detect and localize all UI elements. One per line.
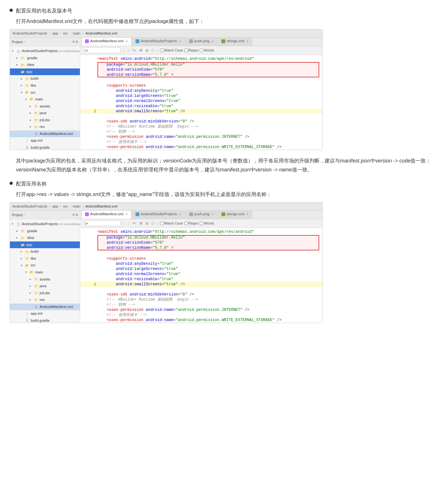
ide-body-2: Project ▾ ⊕ ⚙ ◫ AndroidStudioProjects (K… bbox=[10, 211, 322, 323]
tree-item-gradle[interactable]: 📁 .gradle bbox=[10, 55, 80, 62]
tab-push-1[interactable]: push.png ✕ bbox=[186, 38, 217, 46]
tab-strings-2[interactable]: strings.xml ✕ bbox=[218, 211, 252, 219]
tree-item-libs-2[interactable]: 📁 libs bbox=[10, 255, 80, 262]
tree-item-main-2[interactable]: 📂 main bbox=[10, 269, 80, 276]
search-input-1[interactable]: Q▸ bbox=[82, 47, 120, 53]
tree-item-res-label-2: res bbox=[40, 297, 45, 303]
tree-item-buildgradle-2[interactable]: G build.gradle bbox=[10, 317, 80, 323]
tree-item-jniLibs[interactable]: 📁 jniLibs bbox=[10, 117, 80, 124]
section-title-2: 配置应用名称 bbox=[10, 179, 438, 188]
words-checkbox-1[interactable] bbox=[200, 49, 203, 52]
highlight-block-2: package="io.dcloud.HBuilder.Hello" andro… bbox=[80, 235, 322, 250]
search-pin-btn-2[interactable]: ⬡ bbox=[151, 220, 155, 227]
match-case-checkbox-2[interactable] bbox=[160, 222, 164, 225]
tree-item-appiml[interactable]: I app.iml bbox=[10, 137, 80, 144]
search-close-btn-2[interactable]: ⊓⊔ bbox=[131, 220, 137, 226]
tree-item-src-2[interactable]: 📂 src bbox=[10, 262, 80, 269]
tab-close-strings-2[interactable]: ✕ bbox=[246, 211, 249, 217]
tab-project-1[interactable]: AndroidStudioProjects ✕ bbox=[132, 38, 185, 46]
tree-item-gradle-label: .gradle bbox=[26, 55, 37, 61]
tree-item-main[interactable]: 📂 main bbox=[10, 96, 80, 103]
tree-arrow-assets-2 bbox=[30, 277, 34, 282]
tab-close-project-1[interactable]: ✕ bbox=[179, 39, 182, 44]
tree-icon-plus[interactable]: ⊕ bbox=[73, 39, 75, 45]
search-copy-btn-1[interactable]: ⊞ bbox=[145, 47, 149, 54]
tree-item-assets[interactable]: 📁 assets bbox=[10, 103, 80, 110]
tree-item-idea-2[interactable]: 📁 .idea bbox=[10, 234, 80, 241]
tree-item-idea[interactable]: 📁 .idea bbox=[10, 61, 80, 68]
tree-item-appiml-label-2: app.iml bbox=[31, 311, 42, 317]
breadcrumb-file-2: AndroidManifest.xml bbox=[85, 203, 117, 209]
match-case-label-1[interactable]: Match Case bbox=[160, 47, 183, 53]
tab-close-manifest-2[interactable]: ✕ bbox=[125, 211, 128, 217]
tab-icon-manifest-2 bbox=[85, 212, 89, 216]
words-label-2[interactable]: Words bbox=[200, 220, 214, 226]
tree-arrow-java bbox=[30, 111, 34, 115]
match-case-checkbox-1[interactable] bbox=[160, 49, 164, 52]
tree-arrow-java-2 bbox=[30, 284, 34, 288]
tree-item-src-label: src bbox=[31, 90, 35, 96]
code-scroll-1[interactable]: <manifest xmlns:android="http://schemas.… bbox=[80, 55, 322, 150]
tree-item-app[interactable]: 📂 app bbox=[10, 68, 80, 75]
tree-item-manifest-2[interactable]: 🗎 AndroidManifest.xml bbox=[10, 304, 80, 311]
regex-checkbox-2[interactable] bbox=[184, 222, 188, 225]
tree-item-java[interactable]: 📁 java bbox=[10, 110, 80, 117]
tree-item-assets-label-2: assets bbox=[40, 276, 50, 283]
regex-checkbox-1[interactable] bbox=[184, 49, 188, 52]
tree-item-gradle-2[interactable]: 📁 .gradle bbox=[10, 228, 80, 235]
bulb-gutter-icon-2: 💡 bbox=[92, 282, 97, 287]
search-down-btn-1[interactable]: ↓ bbox=[127, 47, 130, 54]
regex-label-1[interactable]: Regex bbox=[184, 47, 199, 53]
code-scroll-2[interactable]: <manifest xmlns:android="http://schemas.… bbox=[80, 228, 322, 323]
search-close-btn-1[interactable]: ⊓⊔ bbox=[131, 48, 137, 53]
tree-arrow-libs-2 bbox=[21, 256, 25, 261]
match-case-label-2[interactable]: Match Case bbox=[160, 220, 183, 226]
words-label-1[interactable]: Words bbox=[200, 47, 214, 53]
words-checkbox-2[interactable] bbox=[200, 222, 203, 225]
tree-item-res[interactable]: 📁 res bbox=[10, 123, 80, 130]
tree-item-manifest[interactable]: 🗎 AndroidManifest.xml bbox=[10, 130, 80, 138]
tree-icon-plus-2[interactable]: ⊕ bbox=[73, 212, 75, 218]
tab-strings-1[interactable]: strings.xml ✕ bbox=[218, 38, 252, 46]
tree-item-src[interactable]: 📂 src bbox=[10, 89, 80, 96]
search-up-btn-1[interactable]: ↑ bbox=[122, 47, 125, 54]
tree-item-libs[interactable]: 📁 libs bbox=[10, 82, 80, 89]
search-format-btn-2[interactable]: ⌘ bbox=[138, 220, 143, 227]
tab-push-2[interactable]: push.png ✕ bbox=[186, 211, 217, 219]
tree-item-appiml-2[interactable]: I app.iml bbox=[10, 310, 80, 317]
tree-item-java-2[interactable]: 📁 java bbox=[10, 283, 80, 290]
search-copy-btn-2[interactable]: ⊞ bbox=[145, 220, 149, 227]
folder-icon-java-2: 📁 bbox=[34, 284, 39, 288]
tree-icon-gear-2[interactable]: ⚙ bbox=[76, 212, 78, 218]
tree-item-idea-label: .idea bbox=[26, 62, 34, 68]
tab-manifest-2[interactable]: AndroidManifest.xml ✕ bbox=[81, 211, 131, 219]
ide-screenshot-2: AndroidStudioProjects › app › src › main… bbox=[10, 202, 323, 323]
tab-manifest-1[interactable]: AndroidManifest.xml ✕ bbox=[81, 38, 131, 46]
search-up-btn-2[interactable]: ↑ bbox=[122, 220, 125, 227]
folder-icon-app: 📂 bbox=[20, 70, 25, 74]
tab-project-2[interactable]: AndroidStudioProjects ✕ bbox=[132, 211, 185, 219]
tree-item-assets-2[interactable]: 📁 assets bbox=[10, 276, 80, 283]
tree-item-jniLibs-2[interactable]: 📁 jniLibs bbox=[10, 290, 80, 297]
tree-item-build1-2[interactable]: 📁 build bbox=[10, 248, 80, 255]
tree-item-root-2[interactable]: ◫ AndroidStudioProjects (K:\AndroidStudi… bbox=[10, 221, 80, 228]
search-down-btn-2[interactable]: ↓ bbox=[127, 220, 130, 227]
search-format-btn-1[interactable]: ⌘ bbox=[138, 47, 143, 54]
file-icon-manifest-2: 🗎 bbox=[34, 304, 39, 309]
tree-item-root[interactable]: ◫ AndroidStudioProjects (K:\AndroidStudi… bbox=[10, 48, 80, 55]
tab-close-push-2[interactable]: ✕ bbox=[211, 211, 214, 217]
search-pin-btn-1[interactable]: ⬡ bbox=[151, 47, 155, 54]
tab-close-strings-1[interactable]: ✕ bbox=[246, 39, 249, 44]
tree-item-build1[interactable]: 📁 build bbox=[10, 75, 80, 82]
search-input-2[interactable]: Q▸ bbox=[82, 220, 120, 226]
tab-close-project-2[interactable]: ✕ bbox=[179, 211, 182, 217]
tree-item-app-2[interactable]: 📂 app bbox=[10, 241, 80, 248]
regex-label-2[interactable]: Regex bbox=[184, 220, 199, 226]
tree-icon-gear[interactable]: ⚙ bbox=[76, 39, 78, 45]
tab-close-push-1[interactable]: ✕ bbox=[211, 39, 214, 44]
tree-icon-module: ◫ bbox=[16, 49, 21, 53]
tab-close-manifest-1[interactable]: ✕ bbox=[125, 39, 128, 44]
tree-item-res-2[interactable]: 📁 res bbox=[10, 296, 80, 304]
regex-text-2: Regex bbox=[189, 220, 199, 226]
tree-item-buildgradle[interactable]: G build.gradle bbox=[10, 144, 80, 150]
